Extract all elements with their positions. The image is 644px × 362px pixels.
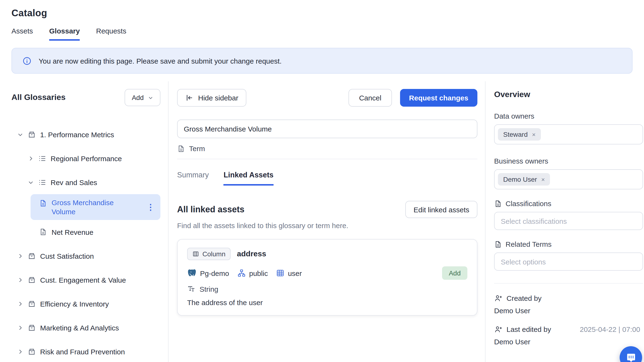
banner-text: You are now editing this page. Please sa… (39, 57, 282, 65)
schema-icon (237, 269, 246, 277)
chevron-right-icon[interactable] (28, 155, 34, 161)
tree-item-cust-satisfaction[interactable]: Cust Satisfaction (12, 244, 160, 268)
asset-type-badge: Column (187, 248, 231, 260)
column-icon (192, 251, 199, 257)
overview-title: Overview (494, 90, 643, 99)
related-terms-select[interactable]: Select options (494, 253, 643, 271)
tab-assets[interactable]: Assets (12, 27, 33, 41)
last-edited-timestamp: 2025-04-22 | 07:00 (580, 325, 643, 333)
data-owners-field[interactable]: Steward × (494, 124, 643, 144)
classifications-label-row: Classifications (494, 200, 643, 208)
hide-sidebar-icon (185, 94, 193, 102)
kebab-menu-icon[interactable]: ⋮ (141, 202, 160, 212)
sidebar-header: All Glossaries Add (12, 89, 160, 106)
asset-connection: Pg-demo (187, 268, 229, 278)
asset-type-label: Term (189, 144, 205, 152)
tree-item-gross-merchandise-volume[interactable]: Gross Merchandise Volume ⋮ (30, 194, 160, 220)
tree-item-label: Efficiency & Inventory (40, 300, 109, 308)
tree-item-label: Cust Satisfaction (40, 252, 94, 260)
tab-glossary[interactable]: Glossary (49, 27, 80, 41)
asset-name: address (237, 250, 266, 258)
cancel-button[interactable]: Cancel (348, 89, 392, 107)
glossary-icon (28, 130, 36, 138)
tree-item-risk-fraud-prevention[interactable]: Risk and Fraud Prevention (12, 339, 160, 362)
hide-sidebar-button[interactable]: Hide sidebar (177, 89, 246, 107)
editor-toolbar: Hide sidebar Cancel Request changes (177, 89, 478, 107)
tab-summary[interactable]: Summary (177, 171, 209, 186)
tree-item-label: Cust. Engagement & Value (40, 276, 126, 284)
string-type-icon (187, 285, 195, 293)
tree-item-net-revenue[interactable]: Net Revenue (12, 220, 160, 244)
add-linked-asset-button[interactable]: Add (442, 266, 467, 280)
glossary-icon (28, 276, 36, 284)
business-owners-field[interactable]: Demo User × (494, 169, 643, 189)
related-terms-label-row: Related Terms (494, 240, 643, 248)
asset-data-type-row: String (187, 285, 467, 293)
add-glossary-button[interactable]: Add (124, 89, 160, 106)
created-by-value: Demo User (494, 306, 643, 315)
chevron-right-icon[interactable] (17, 348, 24, 354)
request-changes-button[interactable]: Request changes (400, 89, 478, 107)
chevron-right-icon[interactable] (17, 277, 24, 283)
postgres-icon (187, 268, 197, 278)
add-button-label: Add (132, 94, 144, 101)
toolbar-actions: Cancel Request changes (348, 89, 478, 107)
page-header: Catalog Assets Glossary Requests You are… (0, 0, 644, 74)
catalog-app: Catalog Assets Glossary Requests You are… (0, 0, 644, 362)
schema-name: public (249, 269, 268, 277)
asset-type-row: Term (177, 144, 478, 159)
page-title: Catalog (12, 8, 632, 19)
asset-schema: public (237, 269, 268, 277)
glossary-tree: 1. Performance Metrics Regional Performa… (12, 122, 160, 362)
editing-info-banner: You are now editing this page. Please sa… (12, 48, 632, 74)
tree-item-performance-metrics[interactable]: 1. Performance Metrics (12, 122, 160, 146)
tree-item-label: Risk and Fraud Prevention (40, 347, 125, 355)
owner-chip-label: Steward (503, 130, 528, 138)
classifications-icon (494, 200, 502, 207)
chevron-down-icon (148, 95, 153, 100)
asset-card-title-row: Column address (187, 248, 467, 260)
category-icon (38, 154, 47, 162)
linked-assets-title: All linked assets (177, 205, 244, 215)
connection-name: Pg-demo (200, 269, 229, 277)
created-by-label: Created by (506, 294, 542, 302)
asset-description: The address of the user (187, 298, 467, 306)
tree-item-marketing-ad-analytics[interactable]: Marketing & Ad Analytics (12, 316, 160, 339)
classifications-label: Classifications (506, 200, 552, 208)
chevron-right-icon[interactable] (17, 253, 24, 259)
chevron-right-icon[interactable] (17, 324, 24, 331)
linked-asset-card[interactable]: Column address Pg-demo (177, 239, 478, 316)
table-name: user (288, 269, 302, 277)
glossary-sidebar: All Glossaries Add 1. Performanc (0, 81, 168, 362)
glossary-icon (28, 252, 36, 260)
asset-hierarchy-row: Pg-demo public user Add (187, 266, 467, 280)
asset-table: user (276, 269, 302, 277)
term-name-input[interactable] (177, 120, 478, 138)
chevron-down-icon[interactable] (17, 131, 24, 137)
created-by-row: Created by (494, 294, 643, 302)
tab-requests[interactable]: Requests (96, 27, 126, 41)
remove-icon[interactable]: × (532, 131, 536, 138)
chat-icon (626, 352, 636, 362)
last-edited-row: Last edited by 2025-04-22 | 07:00 (494, 325, 643, 333)
tree-item-rev-and-sales[interactable]: Rev and Sales (12, 170, 160, 194)
remove-icon[interactable]: × (541, 176, 545, 183)
glossary-icon (28, 347, 36, 355)
owner-chip: Steward × (498, 128, 541, 141)
owner-chip-label: Demo User (503, 175, 537, 183)
related-terms-icon (494, 240, 502, 248)
tree-item-label: Gross Merchandise Volume (52, 198, 132, 216)
tree-item-regional-performance[interactable]: Regional Performance (12, 146, 160, 170)
owner-chip: Demo User × (498, 173, 550, 186)
tree-item-efficiency-inventory[interactable]: Efficiency & Inventory (12, 292, 160, 316)
chevron-down-icon[interactable] (28, 179, 34, 185)
edit-linked-assets-button[interactable]: Edit linked assets (406, 201, 478, 218)
tree-item-label: Marketing & Ad Analytics (40, 323, 119, 332)
tab-linked-assets[interactable]: Linked Assets (224, 171, 274, 186)
top-tab-bar: Assets Glossary Requests (12, 27, 632, 41)
chevron-right-icon[interactable] (17, 301, 24, 307)
classifications-select[interactable]: Select classifications (494, 212, 643, 230)
term-icon (39, 200, 48, 207)
linked-assets-header: All linked assets Edit linked assets (177, 201, 478, 218)
tree-item-cust-engagement-value[interactable]: Cust. Engagement & Value (12, 268, 160, 292)
